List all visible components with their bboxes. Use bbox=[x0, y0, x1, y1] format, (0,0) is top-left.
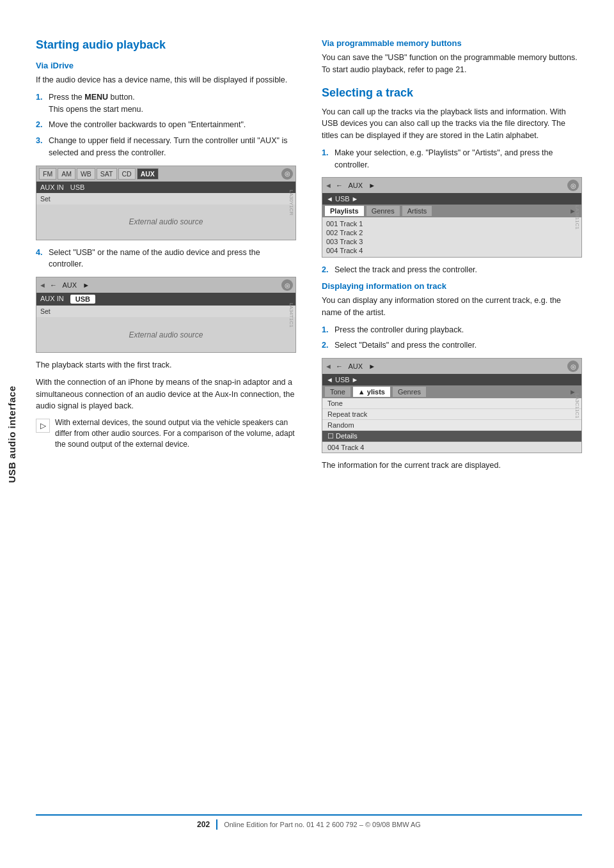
footer-page-num: 202 bbox=[197, 820, 210, 829]
playback-starts-para: The playback starts with the first track… bbox=[36, 359, 296, 371]
footer-text: Online Edition for Part no. 01 41 2 600 … bbox=[224, 821, 421, 828]
select-step-1: 1. Make your selection, e.g. "Playlists"… bbox=[322, 147, 582, 171]
idrive-para1: If the audio device has a device name, t… bbox=[36, 74, 296, 86]
selecting-para: You can call up the tracks via the playb… bbox=[322, 106, 582, 142]
page-footer: 202 Online Edition for Part no. 01 41 2 … bbox=[36, 814, 582, 830]
det-tab-genres: Genres bbox=[393, 387, 426, 397]
plist-subtabs: Playlists Genres Artists ► bbox=[322, 205, 581, 217]
screen2-image-id: LA34T1C1 bbox=[288, 302, 294, 327]
det-image-id: LA3C11C1 bbox=[574, 393, 580, 418]
plist-usb-label: ◄ USB ► bbox=[326, 195, 359, 203]
sidebar-text: USB audio interface bbox=[6, 385, 17, 483]
iphone-para: With the connection of an iPhone by mean… bbox=[36, 376, 296, 412]
step-2: 2. Move the controller backwards to open… bbox=[36, 119, 296, 131]
step-3: 3. Change to upper field if necessary. T… bbox=[36, 135, 296, 159]
auxin-label: AUX IN bbox=[40, 183, 64, 191]
note-icon: ▷ bbox=[36, 419, 50, 433]
det-usb-label: ◄ USB ► bbox=[326, 376, 359, 384]
plist-usb-bar: ◄ USB ► bbox=[322, 193, 581, 205]
det-top-aux: ← AUX ► bbox=[336, 362, 375, 370]
sidebar-label: USB audio interface bbox=[0, 0, 23, 868]
track-002: 002 Track 2 bbox=[326, 228, 578, 237]
screen2-subtabs: AUX IN USB bbox=[36, 293, 295, 306]
screen2-top-aux: ← AUX ► bbox=[50, 281, 90, 289]
det-item-details: ☐ Details bbox=[322, 431, 581, 442]
screen1-image-id: LA30Y1CR bbox=[288, 190, 294, 215]
step-1-num: 1. bbox=[36, 91, 45, 116]
det-usb-bar: ◄ USB ► bbox=[322, 374, 581, 385]
tab-sat: SAT bbox=[97, 168, 117, 180]
note-text: With external devices, the sound output … bbox=[55, 417, 296, 449]
screen1-subbar: AUX IN USB bbox=[36, 182, 295, 193]
main-content: Starting audio playback Via iDrive If th… bbox=[23, 0, 614, 868]
screen1-topbar: FM AM WB SAT CD AUX ◎ bbox=[36, 166, 295, 182]
disp-step-2-text: Select "Details" and press the controlle… bbox=[335, 339, 582, 352]
plist-left-arrow: ◄ bbox=[325, 182, 332, 189]
plist-top-aux: ← AUX ► bbox=[336, 182, 375, 189]
disp-step-2-num: 2. bbox=[322, 339, 331, 352]
det-track-label: 004 Track 4 bbox=[322, 442, 581, 453]
disp-info-heading: Displaying information on track bbox=[322, 281, 582, 291]
via-prog-heading: Via programmable memory buttons bbox=[322, 38, 582, 48]
right-column: Via programmable memory buttons You can … bbox=[322, 38, 582, 795]
section2-title: Selecting a track bbox=[322, 86, 582, 100]
step-2-text: Move the controller backwards to open "E… bbox=[49, 119, 296, 131]
via-idrive-heading: Via iDrive bbox=[36, 61, 296, 70]
screen2-usb: USB bbox=[70, 295, 95, 304]
footer-divider bbox=[216, 819, 217, 830]
plist-tab-genres: Genres bbox=[366, 206, 400, 216]
screen1-setbar: Set bbox=[36, 193, 295, 205]
disp-step-1-text: Press the controller during playback. bbox=[335, 324, 582, 336]
track-001: 001 Track 1 bbox=[326, 219, 578, 228]
disp-step-1: 1. Press the controller during playback. bbox=[322, 324, 582, 336]
det-left-arrow: ◄ bbox=[325, 362, 332, 370]
plist-tab-artists: Artists bbox=[402, 206, 432, 216]
disp-info-result: The information for the current track ar… bbox=[322, 460, 582, 472]
det-tab-tone: Tone bbox=[325, 387, 350, 397]
track-003: 003 Track 3 bbox=[326, 237, 578, 246]
select-step-1-num: 1. bbox=[322, 147, 331, 171]
plist-knob-icon: ◎ bbox=[567, 180, 579, 191]
plist-screen-mockup: ◄ ← AUX ► ◎ ◄ USB ► Playlists Genres Art… bbox=[322, 177, 582, 258]
det-topbar: ◄ ← AUX ► ◎ bbox=[322, 359, 581, 374]
disp-step-2: 2. Select "Details" and press the contro… bbox=[322, 339, 582, 352]
step2-list: 2. Select the track and press the contro… bbox=[322, 264, 582, 276]
tab-cd: CD bbox=[118, 168, 136, 180]
step-4-text: Select "USB" or the name of the audio de… bbox=[49, 247, 296, 271]
step-1-text: Press the MENU button.This opens the sta… bbox=[49, 91, 296, 116]
via-prog-text: You can save the "USB" function on the p… bbox=[322, 52, 582, 76]
select-step-2-num: 2. bbox=[322, 264, 331, 276]
step-1: 1. Press the MENU button.This opens the … bbox=[36, 91, 296, 116]
screen1-body: External audio source bbox=[36, 205, 295, 240]
tab-aux: AUX bbox=[137, 168, 159, 180]
steps-list-2: 1. Make your selection, e.g. "Playlists"… bbox=[322, 147, 582, 171]
plist-image-id: LA3811C1 bbox=[574, 205, 580, 229]
det-screen-mockup: ◄ ← AUX ► ◎ ◄ USB ► Tone ▲ ylists Genres… bbox=[322, 358, 582, 453]
screen1-knob-icon: ◎ bbox=[281, 168, 293, 180]
screen2-mockup: ◄ ← AUX ► ◎ AUX IN USB Set External audi… bbox=[36, 277, 296, 353]
select-step-2: 2. Select the track and press the contro… bbox=[322, 264, 582, 276]
screen2-setbar: Set bbox=[36, 306, 295, 317]
plist-tab-playlists: Playlists bbox=[325, 206, 364, 216]
track-004: 004 Track 4 bbox=[326, 246, 578, 255]
tab-wb: WB bbox=[77, 168, 95, 180]
tab-am: AM bbox=[58, 168, 75, 180]
steps-list-1: 1. Press the MENU button.This opens the … bbox=[36, 91, 296, 159]
screen2-body: External audio source bbox=[36, 317, 295, 352]
step-4: 4. Select "USB" or the name of the audio… bbox=[36, 247, 296, 271]
step4-list: 4. Select "USB" or the name of the audio… bbox=[36, 247, 296, 271]
left-column: Starting audio playback Via iDrive If th… bbox=[36, 38, 296, 795]
det-item-repeat: Repeat track bbox=[322, 409, 581, 420]
det-tab-ylists: ▲ ylists bbox=[353, 387, 390, 397]
plist-items: 001 Track 1 002 Track 2 003 Track 3 004 … bbox=[322, 217, 581, 257]
step-2-num: 2. bbox=[36, 119, 45, 131]
step-3-text: Change to upper field if necessary. Turn… bbox=[49, 135, 296, 159]
step-4-num: 4. bbox=[36, 247, 45, 271]
tab-fm: FM bbox=[39, 168, 56, 180]
section1-title: Starting audio playback bbox=[36, 38, 296, 52]
select-step-1-text: Make your selection, e.g. "Playlists" or… bbox=[335, 147, 582, 171]
det-item-tone: Tone bbox=[322, 398, 581, 409]
disp-step-1-num: 1. bbox=[322, 324, 331, 336]
plist-topbar: ◄ ← AUX ► ◎ bbox=[322, 178, 581, 193]
screen2-knob-icon: ◎ bbox=[281, 279, 293, 291]
